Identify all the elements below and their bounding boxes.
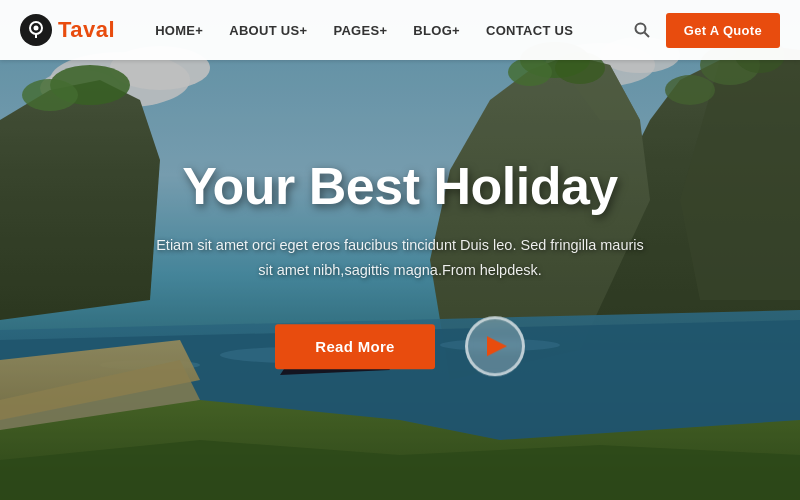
logo-icon (20, 14, 52, 46)
read-more-button[interactable]: Read More (275, 324, 434, 369)
nav-item-blog[interactable]: BLOG+ (403, 17, 470, 44)
play-video-button[interactable] (465, 317, 525, 377)
navbar: Taval HOME+ ABOUT US+ PAGES+ BLOG+ CONTA… (0, 0, 800, 60)
search-icon[interactable] (626, 14, 658, 46)
svg-line-35 (644, 33, 649, 38)
get-quote-button[interactable]: Get A Quote (666, 13, 780, 48)
logo[interactable]: Taval (20, 14, 115, 46)
svg-point-34 (635, 24, 645, 34)
hero-title: Your Best Holiday (90, 158, 710, 215)
play-icon (487, 337, 507, 357)
hero-section: Taval HOME+ ABOUT US+ PAGES+ BLOG+ CONTA… (0, 0, 800, 500)
hero-subtitle: Etiam sit amet orci eget eros faucibus t… (150, 233, 650, 282)
nav-item-pages[interactable]: PAGES+ (323, 17, 397, 44)
hero-actions: Read More (90, 317, 710, 377)
nav-links: HOME+ ABOUT US+ PAGES+ BLOG+ CONTACT US (145, 17, 618, 44)
logo-text: Taval (58, 17, 115, 43)
nav-item-home[interactable]: HOME+ (145, 17, 213, 44)
nav-item-contact[interactable]: CONTACT US (476, 17, 583, 44)
hero-content: Your Best Holiday Etiam sit amet orci eg… (90, 158, 710, 376)
nav-item-about[interactable]: ABOUT US+ (219, 17, 317, 44)
svg-point-32 (34, 26, 39, 31)
